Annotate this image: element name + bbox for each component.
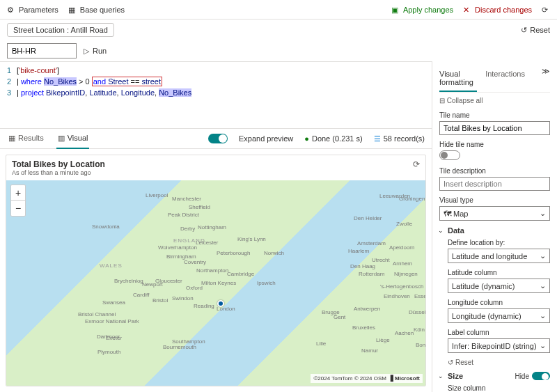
query-name-input[interactable] — [7, 43, 77, 58]
refresh-button[interactable]: ⟳ — [542, 6, 550, 14]
chevron-down-icon: ⌄ — [438, 373, 444, 379]
map-place-label: Swindon — [172, 295, 194, 301]
discard-changes-button[interactable]: ✕Discard changes — [463, 6, 532, 14]
map-canvas[interactable]: + − ©2024 TomTom © 2024 OSM▋Microsoft Li… — [6, 180, 425, 386]
map-place-label: Den Helder — [354, 215, 382, 221]
map-place-label: Bournemouth — [163, 344, 196, 350]
expand-preview-toggle[interactable] — [208, 134, 228, 143]
map-place-label: Aachen — [395, 330, 414, 336]
hide-tile-name-label: Hide tile name — [439, 141, 550, 148]
map-place-label: Oxford — [186, 285, 203, 291]
map-place-label: Coventry — [184, 259, 206, 265]
base-queries-button[interactable]: ▦Base queries — [68, 6, 125, 14]
reset-data-button[interactable]: ↺Reset — [448, 359, 550, 366]
map-place-label: Nottingham — [198, 224, 226, 230]
apply-changes-button[interactable]: ▣Apply changes — [391, 6, 453, 14]
chevron-down-icon: ⌄ — [540, 251, 546, 260]
map-place-label: Arnhem — [393, 260, 412, 267]
longitude-column-select[interactable]: Longitude (dynamic)⌄ — [448, 308, 550, 323]
map-place-label: Swansea — [102, 299, 125, 306]
tab-results[interactable]: ▦Results — [7, 129, 45, 149]
map-place-label: ENGLAND — [173, 237, 205, 244]
tile-name-label: Tile name — [439, 111, 550, 119]
map-place-label: King's Lynn — [237, 236, 266, 242]
define-location-select[interactable]: Latitude and longitude⌄ — [448, 249, 550, 263]
map-place-label: Lille — [316, 340, 326, 347]
chevron-down-icon: ⌄ — [540, 281, 546, 290]
map-place-label: Eindhoven — [384, 293, 410, 299]
section-data[interactable]: ⌄Data — [438, 226, 550, 235]
hide-tile-name-toggle[interactable] — [439, 150, 460, 160]
map-place-label: Antwerpen — [354, 306, 380, 312]
latitude-column-label: Latitude column — [439, 269, 550, 276]
section-size[interactable]: ⌄SizeHide — [438, 372, 550, 380]
tab-visual-formatting[interactable]: Visual formatting — [439, 67, 477, 92]
label-column-label: Label column — [439, 329, 550, 336]
map-place-label: Norwich — [264, 250, 284, 256]
tile-description-input[interactable] — [439, 177, 550, 191]
refresh-tile-button[interactable]: ⟳ — [413, 159, 420, 169]
map-place-label: Wolverhampton — [158, 244, 197, 251]
tile-name-input[interactable] — [439, 121, 550, 135]
parameter-chip[interactable]: Street Location : Antill Road — [7, 23, 114, 37]
map-place-label: Dartmoor — [97, 334, 120, 340]
map-place-label: Amsterdam — [357, 240, 386, 246]
map-place-label: London — [217, 306, 235, 312]
map-place-label: Liège — [376, 337, 390, 343]
sliders-icon: ⚙ — [7, 6, 15, 14]
latitude-column-select[interactable]: Latitude (dynamic)⌄ — [448, 279, 550, 293]
map-place-label: Haarlem — [348, 248, 369, 254]
visual-type-select[interactable]: 🗺 Map⌄ — [439, 206, 550, 221]
close-icon: ✕ — [463, 6, 471, 14]
run-button[interactable]: ▷Run — [84, 47, 107, 56]
map-place-label: 's-Hertogenbosch — [380, 283, 423, 290]
code-line: | project BikepointID, Latitude, Longitu… — [17, 87, 191, 98]
map-place-label: Cambridge — [227, 271, 254, 277]
parameters-button[interactable]: ⚙Parameters — [7, 6, 58, 14]
map-place-label: Derby — [180, 226, 195, 232]
map-place-label: Cardiff — [133, 292, 149, 298]
map-place-label: Snowdonia — [92, 224, 120, 230]
map-place-label: Peak District — [168, 212, 199, 218]
map-place-label: Rotterdam — [359, 271, 384, 277]
collapse-all-button[interactable]: ⊟ Collapse all — [439, 97, 550, 104]
longitude-column-label: Longitude column — [439, 299, 550, 306]
map-place-label: Leeuwarden — [379, 193, 410, 199]
line-number: 2 — [0, 76, 17, 87]
tab-visual[interactable]: ▥Visual — [56, 129, 90, 149]
zoom-in-button[interactable]: + — [11, 185, 25, 201]
tile-description-label: Tile description — [439, 167, 550, 175]
undo-icon: ↺ — [521, 26, 527, 35]
size-column-label: Size column — [439, 384, 550, 392]
visual-type-label: Visual type — [439, 196, 550, 204]
code-line: | where No_Bikes > 0 and Street == stree… — [17, 76, 162, 87]
tile-subtitle: As of less than a minute ago — [12, 169, 105, 176]
map-tile: Total Bikes by Location As of less than … — [6, 155, 426, 386]
code-editor[interactable]: 1['bike-count'] 2| where No_Bikes > 0 an… — [0, 61, 432, 128]
map-place-label: Bonn — [416, 342, 426, 348]
map-place-label: Gent — [334, 314, 345, 320]
zoom-out-button[interactable]: − — [11, 201, 25, 216]
label-column-select[interactable]: Infer: BikepointID (string)⌄ — [448, 338, 550, 353]
play-icon: ▷ — [84, 47, 89, 56]
map-place-label: WALES — [100, 262, 123, 269]
chevron-down-icon: ⌄ — [438, 227, 444, 234]
tab-interactions[interactable]: Interactions — [485, 67, 525, 92]
map-place-label: Brycheiniog — [114, 278, 143, 284]
map-place-label: Köln — [414, 327, 425, 333]
map-place-label: Bruxelles — [352, 324, 375, 331]
refresh-icon: ⟳ — [542, 6, 550, 14]
define-location-label: Define location by: — [439, 239, 550, 246]
map-place-label: Reading — [194, 303, 214, 309]
expand-preview-label: Expand preview — [239, 134, 293, 143]
map-place-label: Apeldoorn — [389, 244, 414, 251]
map-place-label: Northampton — [196, 267, 228, 274]
record-count: ☰58 record(s) — [374, 134, 425, 143]
map-place-label: Utrecht — [372, 257, 390, 263]
map-place-label: Gloucester — [155, 278, 182, 284]
reset-parameters-button[interactable]: ↺Reset — [521, 26, 550, 35]
tile-title: Total Bikes by Location — [12, 159, 105, 169]
hide-size-toggle[interactable] — [532, 372, 550, 380]
undo-icon: ↺ — [448, 359, 453, 366]
chevron-right-icon[interactable]: ≫ — [542, 67, 550, 92]
